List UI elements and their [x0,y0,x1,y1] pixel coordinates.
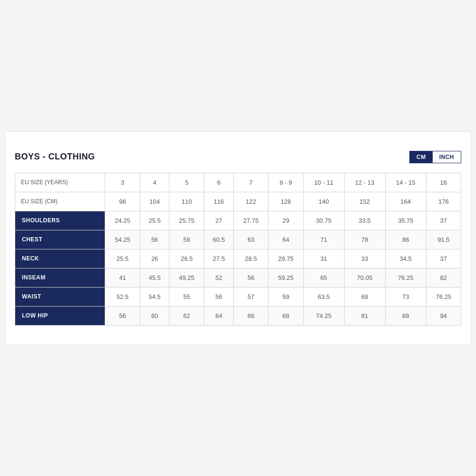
cell-5-5: 68 [268,306,303,325]
page-title: BOYS - CLOTHING [15,152,95,162]
col-4: 4 [140,173,169,192]
cm-110: 110 [169,192,204,211]
cm-122: 122 [234,192,268,211]
cell-2-9: 37 [426,249,461,268]
cell-3-8: 76.25 [385,268,426,287]
cell-1-0: 54.25 [105,230,140,249]
eu-size-cm-row: EU SIZE (CM) 98 104 110 116 122 128 140 … [15,192,461,211]
unit-toggle[interactable]: CM INCH [409,151,461,163]
table-row: LOW HIP56606264666874.25818994 [15,306,461,325]
col-7: 7 [234,173,268,192]
cell-1-2: 58 [169,230,204,249]
cell-2-7: 33 [344,249,385,268]
cell-0-7: 33.5 [344,211,385,230]
cell-2-3: 27.5 [204,249,234,268]
cell-1-9: 91.5 [426,230,461,249]
cell-4-4: 57 [234,287,268,306]
cell-5-8: 89 [385,306,426,325]
cell-0-9: 37 [426,211,461,230]
cell-5-7: 81 [344,306,385,325]
cell-1-6: 71 [303,230,344,249]
cm-176: 176 [426,192,461,211]
cell-5-9: 94 [426,306,461,325]
cell-5-3: 64 [204,306,234,325]
cell-3-3: 52 [204,268,234,287]
cm-128: 128 [268,192,303,211]
cell-2-4: 28.5 [234,249,268,268]
cell-1-1: 56 [140,230,169,249]
row-label-shoulders: SHOULDERS [15,211,105,230]
row-label-low-hip: LOW HIP [15,306,105,325]
header-row: BOYS - CLOTHING CM INCH [15,151,461,163]
cell-5-4: 66 [234,306,268,325]
eu-size-years-row: EU SIZE (YEARS) 3 4 5 6 7 8 - 9 10 - 11 … [15,173,461,192]
cell-4-7: 68 [344,287,385,306]
size-chart-table: EU SIZE (YEARS) 3 4 5 6 7 8 - 9 10 - 11 … [15,173,461,326]
cell-2-6: 31 [303,249,344,268]
col-12-13: 12 - 13 [344,173,385,192]
cell-5-0: 56 [105,306,140,325]
cell-3-6: 65 [303,268,344,287]
table-row: NECK25.52626.527.528.529.75313334.537 [15,249,461,268]
cell-2-1: 26 [140,249,169,268]
cell-2-5: 29.75 [268,249,303,268]
cm-140: 140 [303,192,344,211]
cell-3-7: 70.05 [344,268,385,287]
cell-0-8: 35.75 [385,211,426,230]
eu-size-years-label: EU SIZE (YEARS) [15,173,105,192]
col-6: 6 [204,173,234,192]
row-label-neck: NECK [15,249,105,268]
cell-4-8: 73 [385,287,426,306]
cell-3-9: 82 [426,268,461,287]
cm-button[interactable]: CM [410,151,433,163]
inch-button[interactable]: INCH [433,151,461,163]
cell-1-5: 64 [268,230,303,249]
col-16: 16 [426,173,461,192]
cell-0-0: 24.25 [105,211,140,230]
cell-0-5: 29 [268,211,303,230]
col-14-15: 14 - 15 [385,173,426,192]
cell-5-1: 60 [140,306,169,325]
cell-1-7: 78 [344,230,385,249]
cell-0-6: 30.75 [303,211,344,230]
cell-4-6: 63.5 [303,287,344,306]
cell-2-0: 25.5 [105,249,140,268]
cell-5-2: 62 [169,306,204,325]
cell-4-5: 59 [268,287,303,306]
col-10-11: 10 - 11 [303,173,344,192]
col-8-9: 8 - 9 [268,173,303,192]
cell-0-2: 25.75 [169,211,204,230]
cell-4-1: 54.5 [140,287,169,306]
cell-4-0: 52.5 [105,287,140,306]
row-label-inseam: INSEAM [15,268,105,287]
cm-152: 152 [344,192,385,211]
page-container: BOYS - CLOTHING CM INCH EU SIZE (YEARS) … [5,131,471,345]
cell-0-3: 27 [204,211,234,230]
table-row: SHOULDERS24.2525.525.752727.752930.7533.… [15,211,461,230]
cell-1-8: 86 [385,230,426,249]
cell-5-6: 74.25 [303,306,344,325]
table-row: CHEST54.25565860.5636471788691.5 [15,230,461,249]
cm-164: 164 [385,192,426,211]
cell-1-4: 63 [234,230,268,249]
cm-104: 104 [140,192,169,211]
cell-4-9: 76.25 [426,287,461,306]
eu-size-cm-label: EU SIZE (CM) [15,192,105,211]
cm-116: 116 [204,192,234,211]
cell-3-4: 56 [234,268,268,287]
col-3: 3 [105,173,140,192]
cell-0-1: 25.5 [140,211,169,230]
cell-3-5: 59.25 [268,268,303,287]
cell-4-2: 55 [169,287,204,306]
cell-0-4: 27.75 [234,211,268,230]
cell-3-0: 41 [105,268,140,287]
col-5: 5 [169,173,204,192]
table-row: WAIST52.554.55556575963.5687376.25 [15,287,461,306]
cell-2-2: 26.5 [169,249,204,268]
table-row: INSEAM4145.549.25525659.256570.0576.2582 [15,268,461,287]
cell-3-2: 49.25 [169,268,204,287]
cell-4-3: 56 [204,287,234,306]
row-label-waist: WAIST [15,287,105,306]
row-label-chest: CHEST [15,230,105,249]
cm-98: 98 [105,192,140,211]
